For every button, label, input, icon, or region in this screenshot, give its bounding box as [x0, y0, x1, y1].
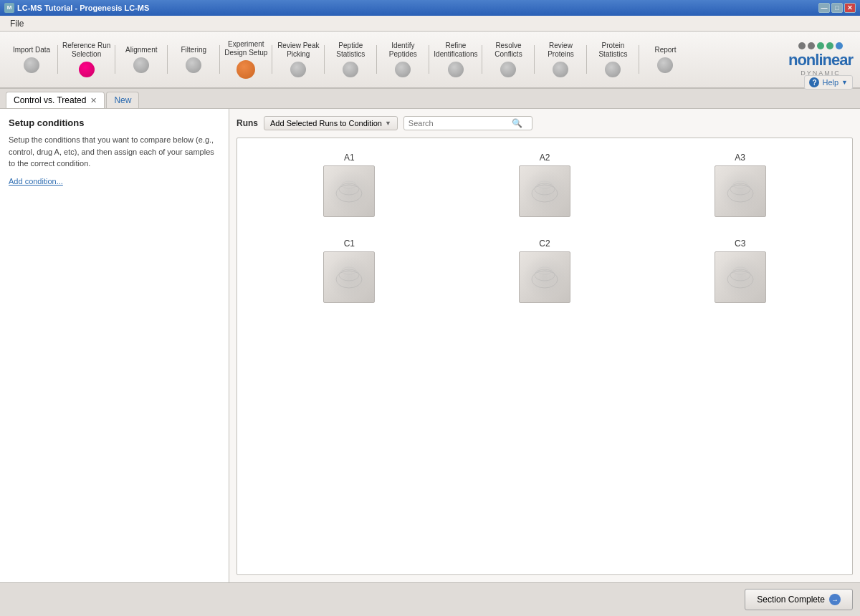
run-item-A2[interactable]: A2: [454, 153, 636, 217]
run-label-A3: A3: [735, 153, 745, 163]
step-circle-alignment: [133, 57, 149, 73]
add-condition-link[interactable]: Add condition...: [9, 177, 220, 186]
search-box: 🔍: [403, 116, 532, 130]
main-area: ? Help ▼ Control vs. Treated ✕ New Setup…: [0, 89, 860, 616]
svg-point-6: [727, 185, 753, 202]
workflow-step-report[interactable]: Report: [644, 46, 687, 73]
tab-new-button[interactable]: New: [106, 92, 139, 108]
workflow-step-refine-ids[interactable]: RefineIdentifications: [434, 42, 477, 77]
setup-conditions-heading: Setup conditions: [9, 117, 220, 128]
wf-sep-4: [219, 45, 220, 74]
run-thumbnail-A1: [323, 165, 375, 217]
workflow-step-review-peak[interactable]: Review PeakPicking: [277, 42, 320, 77]
svg-point-12: [532, 271, 558, 288]
step-circle-report: [657, 57, 673, 73]
step-circle-review-peak: [290, 62, 306, 77]
app-icon: M: [4, 3, 14, 13]
svg-point-0: [336, 185, 362, 202]
wf-sep-10: [534, 45, 535, 74]
runs-label: Runs: [236, 118, 258, 128]
svg-point-9: [336, 271, 362, 288]
runs-toolbar: Runs Add Selected Runs to Condition ▼ 🔍: [236, 116, 853, 130]
wf-sep-6: [324, 45, 325, 74]
section-complete-label: Section Complete: [757, 595, 825, 605]
minimize-button[interactable]: —: [818, 3, 830, 13]
step-circle-refine: [448, 62, 464, 77]
run-thumbnail-C1: [323, 251, 375, 303]
wf-sep-5: [272, 45, 272, 74]
bottom-bar: Section Complete →: [0, 582, 860, 616]
wf-sep-3: [167, 45, 168, 74]
run-item-C3[interactable]: C3: [649, 239, 831, 303]
step-circle-identify: [395, 62, 411, 77]
logo-text: nonlinear: [788, 51, 853, 69]
workflow-step-peptide-stats[interactable]: PeptideStatistics: [329, 42, 372, 77]
run-item-A3[interactable]: A3: [649, 153, 831, 217]
maximize-button[interactable]: □: [831, 3, 843, 13]
tabbar: Control vs. Treated ✕ New: [0, 89, 860, 109]
menu-file[interactable]: File: [4, 17, 29, 30]
help-chevron-icon: ▼: [841, 79, 848, 86]
workflow-step-experiment-design[interactable]: ExperimentDesign Setup: [224, 40, 267, 79]
workflow-step-reference-selection[interactable]: Reference RunSelection: [62, 42, 110, 77]
wf-sep-12: [639, 45, 639, 74]
logo-dot-4: [826, 42, 833, 49]
workflow-step-review-proteins[interactable]: ReviewProteins: [539, 42, 582, 77]
wf-sep-9: [482, 45, 482, 74]
logo-dot-5: [836, 42, 843, 49]
tab-control-treated[interactable]: Control vs. Treated ✕: [6, 92, 105, 108]
help-button[interactable]: ? Help ▼: [804, 75, 853, 90]
run-label-C1: C1: [344, 239, 355, 249]
workflow-step-import-data[interactable]: Import Data: [10, 46, 53, 73]
add-runs-label: Add Selected Runs to Condition: [270, 119, 382, 127]
section-complete-arrow-icon: →: [829, 594, 841, 605]
add-runs-button[interactable]: Add Selected Runs to Condition ▼: [264, 116, 398, 130]
search-input[interactable]: [408, 119, 509, 127]
workflow-step-alignment[interactable]: Alignment: [120, 46, 163, 73]
logo-area: nonlinear DYNAMIC: [788, 42, 853, 77]
wf-sep-8: [429, 45, 429, 74]
step-circle-experiment: [236, 60, 255, 79]
section-complete-button[interactable]: Section Complete →: [745, 589, 853, 610]
run-item-A1[interactable]: A1: [259, 153, 440, 217]
run-thumbnail-C2: [519, 251, 570, 303]
logo-dot-1: [798, 42, 806, 49]
tab-label-control: Control vs. Treated: [14, 95, 86, 105]
step-circle-reference: [79, 62, 95, 77]
wf-sep-7: [376, 45, 377, 74]
wf-sep-1: [57, 45, 58, 74]
wf-sep-2: [115, 45, 115, 74]
help-label: Help: [822, 78, 838, 87]
window-controls: — □ ✕: [818, 3, 856, 13]
window-title: LC-MS Tutorial - Progenesis LC-MS: [17, 4, 818, 12]
step-circle-import: [24, 57, 39, 73]
svg-point-15: [727, 271, 753, 288]
step-circle-review-proteins: [553, 62, 568, 77]
search-icon: 🔍: [512, 118, 522, 128]
run-thumbnail-A3: [715, 165, 766, 217]
step-circle-peptide-stats: [343, 62, 358, 77]
logo-dot-3: [817, 42, 824, 49]
workflow-toolbar: Import Data Reference RunSelection Align…: [0, 32, 860, 89]
run-item-C1[interactable]: C1: [259, 239, 440, 303]
workflow-step-filtering[interactable]: Filtering: [172, 46, 215, 73]
runs-grid: A1 A2: [236, 138, 853, 575]
logo-dots: [798, 42, 843, 49]
step-circle-resolve: [500, 62, 516, 77]
run-label-C2: C2: [539, 239, 550, 249]
workflow-step-identify-peptides[interactable]: IdentifyPeptides: [381, 42, 424, 77]
run-item-C2[interactable]: C2: [454, 239, 636, 303]
logo-dot-2: [808, 42, 815, 49]
left-panel: Setup conditions Setup the conditions th…: [0, 109, 229, 582]
run-label-C3: C3: [735, 239, 745, 249]
wf-sep-11: [586, 45, 587, 74]
close-button[interactable]: ✕: [844, 3, 856, 13]
workflow-step-resolve-conflicts[interactable]: ResolveConflicts: [487, 42, 530, 77]
right-panel: Runs Add Selected Runs to Condition ▼ 🔍 …: [229, 109, 860, 582]
setup-conditions-description: Setup the conditions that you want to co…: [9, 134, 220, 170]
svg-point-3: [532, 185, 558, 202]
run-label-A2: A2: [540, 153, 550, 163]
tab-close-control[interactable]: ✕: [90, 96, 97, 105]
workflow-step-protein-stats[interactable]: ProteinStatistics: [591, 42, 634, 77]
titlebar: M LC-MS Tutorial - Progenesis LC-MS — □ …: [0, 0, 860, 16]
